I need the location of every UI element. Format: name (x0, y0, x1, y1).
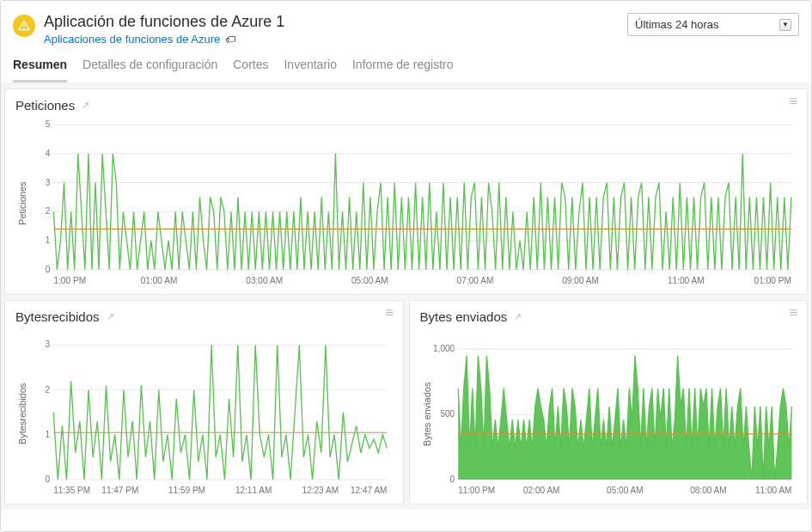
panel-menu-icon[interactable]: ≡ (790, 309, 797, 316)
popout-icon[interactable]: ↗ (82, 100, 89, 111)
ylabel: Bytes enviados (420, 327, 434, 500)
tab-inventario[interactable]: Inventario (284, 58, 336, 83)
tag-icon[interactable]: 🏷 (225, 34, 235, 46)
svg-text:11:00 PM: 11:00 PM (458, 486, 495, 495)
svg-text:09:00 AM: 09:00 AM (562, 276, 599, 285)
warning-icon (13, 15, 35, 37)
panel-peticiones: Peticiones ↗ ≡ Peticiones 0123451:00 PM0… (4, 89, 808, 295)
svg-text:1,000: 1,000 (434, 344, 455, 353)
svg-text:1:00 PM: 1:00 PM (53, 276, 86, 285)
popout-icon[interactable]: ↗ (107, 311, 114, 322)
time-range-select[interactable]: Últimas 24 horas ▼ (627, 13, 799, 36)
svg-text:0: 0 (449, 474, 455, 484)
svg-text:12:11 AM: 12:11 AM (235, 486, 272, 495)
tab-bar: ResumenDetalles de configuraciónCortesIn… (1, 46, 811, 83)
svg-text:3: 3 (46, 339, 51, 349)
svg-text:12:47 AM: 12:47 AM (351, 486, 387, 495)
panel-bytessent: Bytes enviados ↗ ≡ Bytes enviados 05001,… (409, 300, 809, 504)
panel-title: Peticiones (15, 98, 75, 113)
panel-title: Bytes enviados (420, 309, 508, 324)
panel-bytesrec: Bytesrecibidos ↗ ≡ Bytesrecibidos 012311… (4, 300, 404, 504)
svg-text:3: 3 (46, 178, 51, 187)
svg-point-1 (23, 28, 24, 28)
panel-menu-icon[interactable]: ≡ (790, 98, 797, 105)
svg-text:0: 0 (46, 474, 51, 484)
svg-text:2: 2 (46, 206, 51, 216)
svg-text:03:00 AM: 03:00 AM (246, 276, 283, 285)
ylabel: Peticiones (15, 116, 29, 290)
svg-text:11:35 PM: 11:35 PM (53, 486, 90, 495)
svg-text:07:00 AM: 07:00 AM (457, 276, 494, 285)
svg-text:05:00 AM: 05:00 AM (351, 276, 388, 285)
breadcrumb: Aplicaciones de funciones de Azure 🏷 (44, 33, 284, 46)
ylabel: Bytesrecibidos (15, 327, 29, 500)
svg-text:01:00 PM: 01:00 PM (754, 276, 791, 285)
tab-informe-de-registro[interactable]: Informe de registro (352, 58, 454, 83)
panel-menu-icon[interactable]: ≡ (385, 309, 392, 316)
svg-text:5: 5 (46, 119, 51, 129)
breadcrumb-link[interactable]: Aplicaciones de funciones de Azure (44, 33, 220, 46)
svg-text:08:00 AM: 08:00 AM (690, 486, 726, 495)
popout-icon[interactable]: ↗ (514, 311, 522, 322)
svg-text:01:00 AM: 01:00 AM (141, 276, 178, 285)
chevron-down-icon: ▼ (779, 19, 791, 31)
svg-text:05:00 AM: 05:00 AM (607, 486, 643, 495)
svg-text:500: 500 (440, 409, 455, 419)
svg-text:1: 1 (46, 235, 51, 245)
chart-peticiones: 0123451:00 PM01:00 AM03:00 AM05:00 AM07:… (29, 116, 797, 290)
svg-text:11:00 AM: 11:00 AM (755, 486, 791, 495)
panel-title: Bytesrecibidos (15, 309, 100, 324)
tab-resumen[interactable]: Resumen (13, 58, 67, 83)
svg-text:02:00 AM: 02:00 AM (523, 486, 559, 495)
chart-bytessent: 05001,00011:00 PM02:00 AM05:00 AM08:00 A… (434, 327, 797, 500)
svg-text:11:59 PM: 11:59 PM (168, 486, 205, 495)
svg-text:4: 4 (46, 149, 51, 158)
chart-bytesrec: 012311:35 PM11:47 PM11:59 PM12:11 AM12:2… (29, 327, 393, 500)
svg-text:11:00 AM: 11:00 AM (668, 276, 705, 285)
svg-text:1: 1 (46, 430, 51, 439)
svg-text:0: 0 (46, 265, 51, 274)
tab-detalles-de-configuración[interactable]: Detalles de configuración (82, 58, 217, 83)
svg-text:2: 2 (46, 385, 51, 394)
page-title: Aplicación de funciones de Azure 1 (44, 13, 284, 31)
tab-cortes[interactable]: Cortes (233, 58, 268, 83)
time-range-label: Últimas 24 horas (635, 18, 719, 31)
svg-text:11:47 PM: 11:47 PM (101, 486, 138, 495)
svg-text:12:23 AM: 12:23 AM (302, 486, 339, 495)
